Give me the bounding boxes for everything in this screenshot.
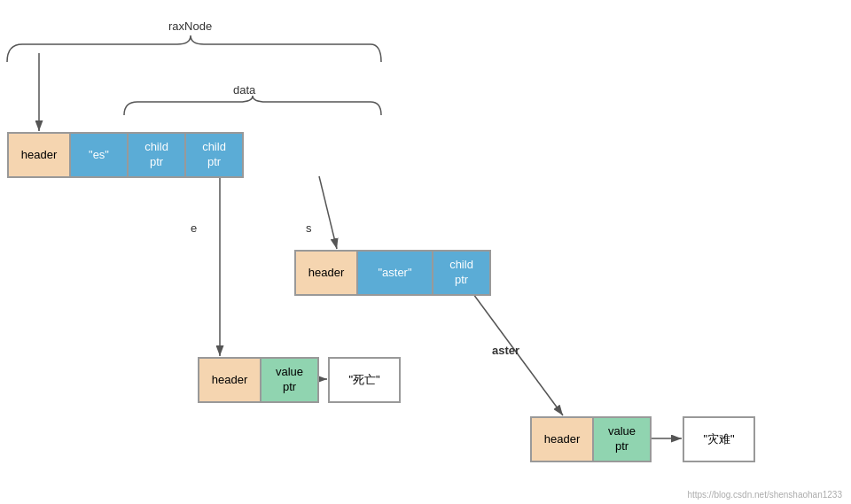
node4: header valueptr [530,416,652,462]
raxnode-label: raxNode [168,19,212,33]
label-aster: aster [492,344,519,357]
node3-value-ptr: valueptr [261,358,318,402]
watermark: https://blog.csdn.net/shenshaohan1233 [687,490,842,500]
data-label: data [233,83,255,97]
node2-header: header [295,251,357,295]
node4-header: header [531,417,593,461]
value-text-2: "灾难" [683,417,754,461]
value-box-1: "死亡" [328,357,401,403]
value-box-2: "灾难" [683,416,755,462]
node1-child-ptr1: childptr [128,133,185,177]
node3-header: header [199,358,261,402]
node3: header valueptr [198,357,319,403]
node2: header "aster" childptr [294,250,491,296]
node1-header: header [8,133,70,177]
node2-aster: "aster" [357,251,433,295]
value-text-1: "死亡" [329,358,400,402]
diagram-container: raxNode data header "es" childptr childp… [0,0,851,504]
node1-es: "es" [70,133,128,177]
node4-value-ptr: valueptr [593,417,651,461]
label-e: e [191,221,197,235]
node2-child-ptr: childptr [433,251,490,295]
node1: header "es" childptr childptr [7,132,244,178]
svg-line-3 [319,176,337,249]
label-s: s [306,221,312,235]
node1-child-ptr2: childptr [185,133,243,177]
